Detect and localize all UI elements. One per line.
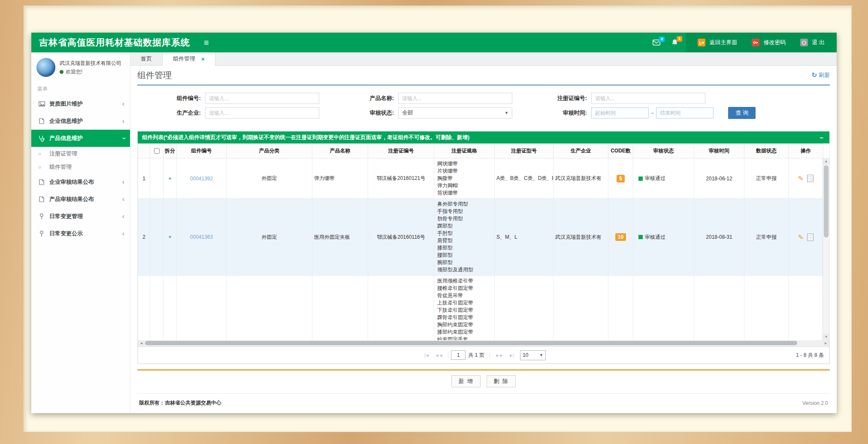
pin-icon	[37, 231, 46, 237]
first-page-button[interactable]: |◄	[424, 353, 429, 358]
mail-button[interactable]: 0	[653, 40, 660, 46]
col-registration-model: 注册证型号	[495, 144, 553, 158]
scroll-up-arrow[interactable]: ▲	[823, 158, 829, 164]
audit-status-select[interactable]: 全部 ▼	[398, 107, 512, 119]
scroll-down-arrow[interactable]: ▼	[823, 334, 829, 340]
sidebar-item-product-audit-results[interactable]: 产品审核结果公布 ‹	[31, 191, 130, 208]
col-product-category: 产品分类	[227, 144, 312, 158]
audit-status-text: 审核通过	[645, 175, 665, 182]
edit-icon[interactable]: ✎	[798, 233, 804, 241]
expand-row-button[interactable]: +	[168, 176, 171, 182]
select-all-header	[150, 144, 163, 158]
product-name-input[interactable]	[398, 93, 512, 104]
change-password-button[interactable]: 修改密码	[747, 39, 791, 46]
select-all-checkbox[interactable]	[154, 148, 160, 154]
orange-divider	[137, 369, 830, 371]
spec-line: 约束固定手套	[437, 336, 491, 340]
app-header: 吉林省高值医用耗材基础数据库系统 ≡ 0 1	[31, 33, 837, 52]
data-status-cell: 正常申报	[744, 158, 789, 199]
scroll-right-arrow[interactable]: ►	[823, 340, 829, 346]
audit-status-text: 审核通过	[645, 234, 665, 241]
col-manufacturer: 生产企业	[553, 144, 608, 158]
edit-icon[interactable]: ✎	[798, 174, 804, 182]
sidebar-item-label: 注册证管理	[49, 150, 77, 158]
file-icon	[37, 118, 46, 124]
table-header-row: 拆分 组件编号 产品分类 产品名称 注册证编号 注册证规格 注册证型号 生产企业	[138, 144, 823, 158]
circle-icon: ○	[38, 164, 46, 170]
online-status-dot	[60, 70, 64, 74]
horizontal-scrollbar[interactable]: ◄ ►	[138, 340, 829, 347]
component-code-link[interactable]: 00041363	[190, 234, 213, 240]
last-page-button[interactable]: ►|	[509, 353, 514, 358]
audit-status-label: 审核状态:	[343, 109, 398, 117]
record-range-label: 1 - 8 共 8 条	[796, 352, 824, 359]
col-audit-time: 审核时间	[694, 144, 744, 158]
audit-time-start-input[interactable]	[591, 107, 649, 119]
audit-time-end-input[interactable]	[656, 107, 714, 119]
page-number-input[interactable]	[451, 350, 466, 360]
sidebar-item-company-audit-results[interactable]: 企业审核结果公布 ‹	[31, 173, 130, 191]
col-code-count: CODE数	[608, 144, 633, 158]
collapse-panel-button[interactable]: −	[818, 134, 825, 141]
notifications-button[interactable]: 1	[671, 39, 678, 46]
tab-component-mgmt[interactable]: 组件管理 ×	[163, 52, 215, 66]
refresh-button[interactable]: ↻ 刷新	[811, 71, 830, 79]
sidebar-item-product-info[interactable]: 产品信息维护 ‹	[31, 130, 130, 147]
horizontal-scroll-thumb[interactable]	[145, 341, 797, 345]
manufacturer-input[interactable]	[205, 107, 319, 119]
registration-model-cell: S、M、L	[495, 199, 553, 276]
tab-close-icon[interactable]: ×	[201, 56, 205, 62]
col-audit-status: 审核状态	[633, 144, 694, 158]
chevron-down-icon: ‹	[120, 137, 127, 139]
spec-line: 胸腹带	[437, 175, 491, 182]
registration-spec-cell: 网状绷带 片状绷带 胸腹带 弹力网帽 筒状绷带	[434, 158, 495, 199]
sidebar-item-registration-cert[interactable]: ○ 注册证管理	[31, 147, 130, 160]
vertical-scroll-thumb[interactable]	[824, 165, 829, 237]
sidebar-item-daily-change-mgmt[interactable]: 日常变更管理 ‹	[31, 208, 130, 225]
sidebar-item-daily-change-public[interactable]: 日常变更公示 ‹	[31, 225, 130, 242]
hamburger-menu-icon[interactable]: ≡	[198, 38, 215, 48]
sidebar-item-component-mgmt[interactable]: ○ 组件管理	[31, 160, 130, 173]
sidebar-item-company-info[interactable]: 企业信息维护 ‹	[31, 113, 130, 130]
chevron-left-icon: ‹	[122, 100, 124, 107]
delete-button[interactable]: 删 除	[487, 375, 516, 387]
col-component-code: 组件编号	[177, 144, 227, 158]
col-operations: 操作	[789, 144, 823, 158]
page-title: 组件管理	[137, 70, 172, 81]
pagination-divider	[490, 352, 490, 359]
sidebar-item-qualification-images[interactable]: 资质图片维护 ‹	[31, 95, 130, 113]
scroll-left-arrow[interactable]: ◄	[138, 340, 145, 346]
next-page-button[interactable]: ►►	[496, 353, 503, 358]
spec-line: 手指专用型	[437, 208, 491, 215]
prev-page-button[interactable]: ◄◄	[435, 353, 443, 358]
col-data-status: 数据状态	[744, 144, 789, 158]
row-number-header	[138, 144, 150, 158]
audit-time-cell: 2018-06-12	[694, 158, 744, 199]
component-code-input[interactable]	[205, 93, 319, 104]
chevron-left-icon: ‹	[122, 118, 124, 125]
component-code-link[interactable]: 00041392	[190, 176, 213, 182]
vertical-scrollbar[interactable]: ▲ ▼	[823, 158, 829, 340]
user-company-name: 武汉克瑞普新技术有限公司	[60, 59, 121, 67]
document-icon[interactable]	[807, 175, 814, 182]
tab-home[interactable]: 首页	[130, 52, 163, 65]
logout-button[interactable]: 退 出	[795, 39, 830, 46]
return-main-button[interactable]: 返回主界面	[693, 39, 742, 46]
sidebar-item-label: 企业信息维护	[49, 117, 122, 125]
document-icon[interactable]	[807, 234, 814, 241]
menu-section-label: 菜单	[31, 80, 130, 95]
sidebar: 武汉克瑞普新技术有限公司 欢迎您! 菜单 资质图片维护 ‹ 企	[31, 52, 130, 413]
data-status-cell: 正常申报	[744, 199, 789, 276]
page-size-select[interactable]: 10 ▼	[520, 350, 546, 360]
search-button[interactable]: 查 询	[728, 107, 756, 119]
refresh-icon: ↻	[811, 71, 817, 79]
registration-no-input[interactable]	[591, 93, 705, 104]
expand-row-button[interactable]: +	[168, 234, 171, 240]
header-notifications: 0 1	[645, 33, 686, 52]
header-actions: 返回主界面 修改密码 退 出	[686, 33, 837, 52]
add-button[interactable]: 新 增	[451, 375, 481, 387]
registration-no-label: 注册证编号:	[536, 94, 591, 102]
tab-active-label: 组件管理	[173, 55, 195, 63]
col-registration-no: 注册证编号	[368, 144, 434, 158]
table-row: 2 + 00041363 外固定 医用外固定夹板 鄂汉械备20160116号	[138, 199, 823, 276]
